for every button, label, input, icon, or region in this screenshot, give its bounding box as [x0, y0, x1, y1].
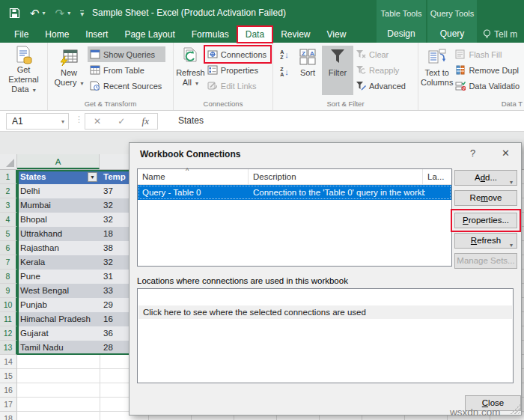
reapply-filter-label: Reapply [369, 66, 399, 75]
properties-button[interactable]: Properties [205, 62, 270, 78]
enter-icon[interactable]: ✓ [118, 116, 125, 127]
tab-formulas[interactable]: Formulas [183, 26, 237, 43]
recent-sources-button[interactable]: Recent Sources [88, 78, 165, 94]
connections-button[interactable]: Connections [205, 46, 270, 62]
row-header-13[interactable]: 13 [0, 341, 17, 355]
tab-review[interactable]: Review [272, 26, 318, 43]
row-header-2[interactable]: 2 [0, 184, 17, 198]
ribbon-group-connections: Refresh All ▾ Connections Properties [174, 43, 273, 110]
formula-bar-handle[interactable]: ⋮ [75, 115, 83, 124]
text-to-columns-button[interactable]: Text to Columns [421, 46, 453, 95]
data-validation-button[interactable]: Data Validatio [453, 78, 523, 94]
locations-hint[interactable]: Click here to see where the selected con… [138, 305, 512, 319]
sort-ascending-button[interactable]: AZ↓ [277, 47, 292, 62]
cell-state[interactable]: Rajasthan [17, 241, 100, 255]
filter-dropdown-icon[interactable]: ▼ [88, 172, 97, 182]
dialog-close-icon[interactable]: ✕ [502, 147, 510, 159]
cell-state[interactable]: West Bengal [17, 284, 100, 298]
dropdown-caret-icon: ▾ [195, 80, 198, 87]
cell-state[interactable]: Punjab [17, 298, 100, 312]
list-column-header-la[interactable]: La... [423, 169, 453, 185]
table-header-cell-states[interactable]: States▼ [17, 170, 100, 184]
properties-button[interactable]: Properties... [454, 213, 517, 228]
sort-az-icon: AZ↓ [280, 49, 289, 60]
list-column-header-description[interactable]: Description [249, 169, 423, 185]
sort-descending-button[interactable]: ZA↓ [277, 64, 292, 79]
cell-state[interactable]: Kerala [17, 255, 100, 270]
row-header-1[interactable]: 1 [0, 170, 17, 184]
row-header-3[interactable]: 3 [0, 198, 17, 213]
filter-button[interactable]: Filter [322, 46, 353, 95]
row-header-8[interactable]: 8 [0, 270, 17, 284]
row-header-17[interactable]: 17 [0, 398, 17, 412]
row-header-5[interactable]: 5 [0, 227, 17, 241]
row-header-14[interactable]: 14 [0, 355, 17, 369]
dialog-help-icon[interactable]: ? [470, 147, 475, 159]
show-queries-icon [90, 49, 100, 59]
column-header-a[interactable]: A [17, 154, 100, 169]
name-box-dropdown-icon[interactable]: ▾ [61, 114, 64, 130]
window-title: Sample Sheet - Excel (Product Activation… [0, 0, 378, 26]
tab-file[interactable]: File [6, 26, 37, 43]
tell-me[interactable]: Tell m [483, 26, 517, 43]
cell-state[interactable]: Mumbai [17, 198, 100, 213]
cell-state[interactable]: Bhopal [17, 213, 100, 227]
dropdown-caret-icon: ▾ [81, 80, 84, 87]
svg-text:Z: Z [302, 50, 305, 57]
add-button[interactable]: Add...▾ [454, 170, 517, 186]
tab-insert[interactable]: Insert [77, 26, 116, 43]
tab-design[interactable]: Design [377, 26, 426, 43]
row-header-10[interactable]: 10 [0, 298, 17, 312]
tab-home[interactable]: Home [37, 26, 77, 43]
remove-duplicates-button[interactable]: Remove Dupl [453, 62, 523, 78]
from-table-button[interactable]: From Table [88, 62, 165, 78]
select-all-corner[interactable] [0, 154, 17, 169]
dropdown-caret-icon: ▾ [510, 238, 513, 252]
insert-function-icon[interactable]: fx [142, 115, 149, 127]
workbook-connections-dialog: Workbook Connections ? ✕ ^ NameDescripti… [129, 142, 522, 416]
remove-button[interactable]: Remove [454, 190, 517, 206]
list-column-header-name[interactable]: Name [138, 169, 249, 185]
get-external-data-button[interactable]: Get External Data ▾ [2, 46, 45, 95]
connection-row[interactable]: Query - Table 0Connection to the 'Table … [138, 185, 451, 200]
row-header-15[interactable]: 15 [0, 369, 17, 383]
refresh-all-button[interactable]: Refresh All ▾ [176, 46, 205, 95]
tab-data[interactable]: Data [237, 26, 272, 43]
cell-state[interactable]: Uttrakhand [17, 227, 100, 241]
refresh-all-label: Refresh All [176, 68, 205, 87]
flash-fill-icon [455, 49, 466, 59]
formula-bar-content[interactable]: States [178, 111, 204, 131]
connections-list[interactable]: ^ NameDescriptionLa... Query - Table 0Co… [137, 168, 452, 267]
row-header-16[interactable]: 16 [0, 383, 17, 398]
cancel-icon[interactable]: ✕ [94, 116, 101, 127]
cell-state[interactable]: Pune [17, 270, 100, 284]
name-box[interactable]: A1 ▾ [6, 113, 69, 130]
recent-sources-label: Recent Sources [103, 82, 162, 91]
new-query-icon [59, 47, 79, 67]
row-header-18[interactable]: 18 [0, 412, 17, 420]
row-header-4[interactable]: 4 [0, 213, 17, 227]
group-label-data-tools: Data T [418, 100, 524, 108]
refresh-button[interactable]: Refresh▾ [454, 233, 517, 249]
tab-view[interactable]: View [319, 26, 355, 43]
locations-box: Click here to see where the selected con… [137, 288, 514, 383]
advanced-filter-button[interactable]: Advanced [353, 78, 409, 94]
row-header-12[interactable]: 12 [0, 326, 17, 341]
resize-grip[interactable] [511, 404, 520, 414]
sort-button[interactable]: Z A A Z Sort [293, 46, 322, 95]
cell-state[interactable]: Gujarat [17, 326, 100, 341]
row-header-9[interactable]: 9 [0, 284, 17, 298]
row-header-11[interactable]: 11 [0, 312, 17, 326]
new-query-button[interactable]: New Query ▾ [50, 46, 88, 95]
tab-page-layout[interactable]: Page Layout [116, 26, 183, 43]
cell-state[interactable]: Tamil Nadu [17, 341, 100, 355]
row-header-6[interactable]: 6 [0, 241, 17, 255]
tab-query[interactable]: Query [427, 26, 477, 43]
cell-state[interactable]: Delhi [17, 184, 100, 198]
clear-filter-label: Clear [369, 50, 389, 59]
show-queries-button[interactable]: Show Queries [88, 46, 165, 62]
remove-duplicates-icon [455, 65, 466, 75]
cell-state[interactable]: Himachal Pradesh [17, 312, 100, 326]
row-header-7[interactable]: 7 [0, 255, 17, 270]
dropdown-caret-icon: ▾ [510, 175, 513, 189]
